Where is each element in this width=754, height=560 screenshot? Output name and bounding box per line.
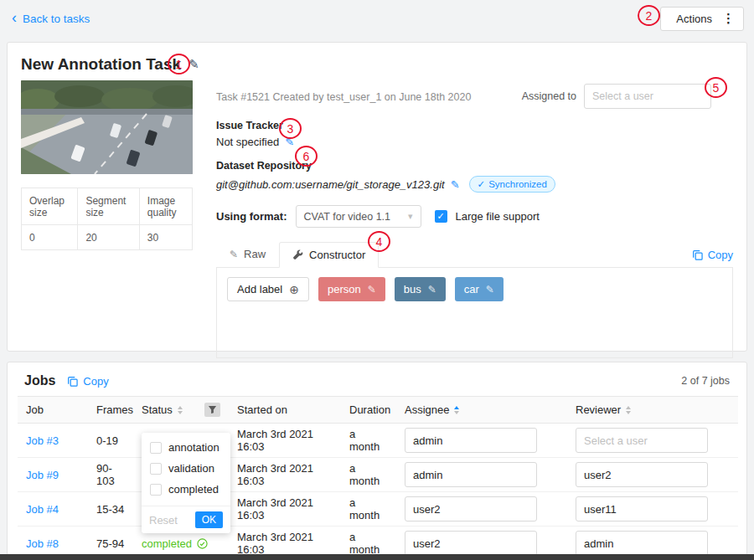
copy-jobs-link[interactable]: Copy bbox=[67, 375, 108, 388]
tab-constructor[interactable]: Constructor bbox=[279, 242, 379, 268]
annotation-marker-1: 1 bbox=[168, 54, 190, 74]
plus-circle-icon: ⊕ bbox=[289, 283, 299, 296]
status-completed-label: completed bbox=[142, 537, 192, 550]
using-format-label: Using format: bbox=[216, 210, 287, 223]
label-chip-person[interactable]: person ✎ bbox=[318, 277, 385, 301]
job-link[interactable]: Job #8 bbox=[26, 537, 59, 550]
label-chip-car[interactable]: car ✎ bbox=[455, 277, 504, 301]
filter-reset-button[interactable]: Reset bbox=[149, 514, 178, 527]
chevron-down-icon: ▾ bbox=[408, 211, 413, 222]
duration-cell: a month bbox=[341, 424, 396, 458]
checkbox-annotation[interactable] bbox=[150, 442, 162, 454]
assignee-filter-icon[interactable] bbox=[555, 403, 562, 417]
started-cell: March 3rd 2021 16:03 bbox=[229, 458, 341, 492]
sync-status-badge: ✓ Synchronized bbox=[469, 176, 555, 193]
constructor-wrench-icon bbox=[292, 249, 303, 260]
task-preview-image bbox=[21, 80, 193, 174]
add-label-text: Add label bbox=[237, 283, 282, 295]
col-reviewer-label: Reviewer bbox=[576, 403, 621, 416]
copy-labels-link[interactable]: Copy bbox=[692, 249, 733, 267]
frames-cell: 90-103 bbox=[88, 458, 133, 492]
status-filter-dropdown: annotation validation completed Reset OK bbox=[142, 433, 230, 533]
reviewer-input[interactable] bbox=[576, 496, 708, 521]
status-filter-icon[interactable] bbox=[204, 403, 220, 417]
checkbox-completed[interactable] bbox=[150, 484, 162, 496]
reviewer-input[interactable] bbox=[576, 428, 708, 453]
job-row: Job #9 90-103 March 3rd 2021 16:03 a mon… bbox=[18, 458, 738, 492]
assigned-to-label: Assigned to bbox=[522, 90, 576, 102]
frames-cell: 0-19 bbox=[88, 424, 133, 458]
filter-option-validation[interactable]: validation bbox=[150, 462, 222, 475]
sync-status-label: Synchronized bbox=[488, 179, 547, 189]
reviewer-filter-icon[interactable] bbox=[726, 403, 733, 417]
reviewer-input[interactable] bbox=[576, 531, 708, 556]
large-file-checkbox[interactable]: ✓ bbox=[435, 210, 447, 223]
job-link[interactable]: Job #4 bbox=[26, 503, 59, 516]
add-label-button[interactable]: Add label ⊕ bbox=[227, 277, 309, 301]
assignee-input[interactable] bbox=[405, 428, 537, 453]
job-row: Job #4 15-34 March 3rd 2021 16:03 a mont… bbox=[18, 492, 738, 527]
filter-option-completed[interactable]: completed bbox=[150, 483, 222, 496]
jobs-count: 2 of 7 jobs bbox=[681, 375, 730, 387]
filter-ok-button[interactable]: OK bbox=[195, 511, 223, 528]
task-title: New Annotation Task bbox=[21, 55, 181, 74]
assignee-input[interactable] bbox=[405, 496, 537, 521]
filter-option-annotation[interactable]: annotation bbox=[150, 441, 222, 454]
edit-repository-icon[interactable]: ✎ bbox=[451, 178, 460, 191]
job-link[interactable]: Job #3 bbox=[26, 434, 59, 447]
tab-constructor-label: Constructor bbox=[309, 249, 365, 261]
job-link[interactable]: Job #9 bbox=[26, 469, 59, 481]
large-file-label: Large file support bbox=[456, 210, 540, 223]
col-assignee: Assignee bbox=[396, 397, 547, 424]
started-cell: March 3rd 2021 16:03 bbox=[229, 492, 341, 527]
annotation-marker-5: 5 bbox=[705, 77, 727, 98]
window-bottom-edge bbox=[0, 554, 754, 560]
reviewer-input[interactable] bbox=[576, 462, 708, 487]
task-params-table: Overlap size Segment size Image quality … bbox=[21, 188, 193, 250]
repository-url: git@github.com:username/git_storage_v123… bbox=[216, 178, 445, 191]
jobs-title: Jobs bbox=[24, 373, 55, 388]
label-chip-person-name: person bbox=[328, 283, 361, 295]
edit-label-icon[interactable]: ✎ bbox=[428, 284, 436, 295]
jobs-card: Jobs Copy 2 of 7 jobs Job Frames Status bbox=[7, 362, 747, 560]
label-chip-bus[interactable]: bus ✎ bbox=[395, 277, 446, 301]
tab-raw[interactable]: ✎ Raw bbox=[216, 241, 279, 267]
copy-icon bbox=[67, 376, 78, 387]
assignee-input[interactable] bbox=[405, 531, 537, 556]
assignee-sort-button[interactable] bbox=[454, 406, 459, 414]
filter-option-annotation-label: annotation bbox=[168, 441, 219, 454]
col-duration: Duration bbox=[341, 397, 396, 424]
back-chevron-icon: ‹ bbox=[12, 10, 17, 25]
col-frames: Frames bbox=[88, 397, 133, 424]
started-cell: March 3rd 2021 16:03 bbox=[229, 424, 341, 458]
sync-check-icon: ✓ bbox=[478, 178, 486, 190]
actions-button[interactable]: Actions ⋮ bbox=[660, 7, 744, 31]
filter-option-validation-label: validation bbox=[168, 462, 214, 475]
reviewer-sort-button[interactable] bbox=[626, 406, 631, 414]
filter-option-completed-label: completed bbox=[168, 483, 219, 496]
assigned-to-input[interactable] bbox=[584, 84, 711, 109]
issue-tracker-value: Not specified bbox=[216, 136, 279, 148]
status-sort-button[interactable] bbox=[178, 406, 183, 414]
param-header-overlap: Overlap size bbox=[22, 188, 78, 225]
assignee-filter-cell bbox=[547, 397, 567, 424]
more-vertical-icon: ⋮ bbox=[722, 11, 735, 26]
assignee-input[interactable] bbox=[405, 462, 537, 487]
annotation-marker-4: 4 bbox=[368, 231, 390, 252]
tab-raw-label: Raw bbox=[244, 248, 266, 260]
jobs-table: Job Frames Status Started on Duration bbox=[18, 396, 738, 560]
format-select-value: CVAT for video 1.1 bbox=[304, 211, 391, 223]
back-to-tasks-link[interactable]: ‹ Back to tasks bbox=[12, 12, 90, 25]
checkbox-validation[interactable] bbox=[150, 463, 162, 475]
col-status: Status bbox=[133, 397, 229, 424]
edit-label-icon[interactable]: ✎ bbox=[486, 284, 494, 295]
labels-tabs: ✎ Raw Constructor Copy bbox=[216, 241, 733, 268]
copy-icon bbox=[692, 249, 703, 260]
format-select[interactable]: CVAT for video 1.1 ▾ bbox=[296, 205, 421, 228]
annotation-marker-2: 2 bbox=[638, 5, 660, 26]
task-meta-text: Task #1521 Created by test_user_1 on Jun… bbox=[216, 84, 471, 103]
edit-label-icon[interactable]: ✎ bbox=[368, 284, 376, 295]
copy-jobs-label: Copy bbox=[83, 375, 108, 388]
back-link-label: Back to tasks bbox=[23, 13, 90, 25]
col-started: Started on bbox=[229, 397, 341, 424]
